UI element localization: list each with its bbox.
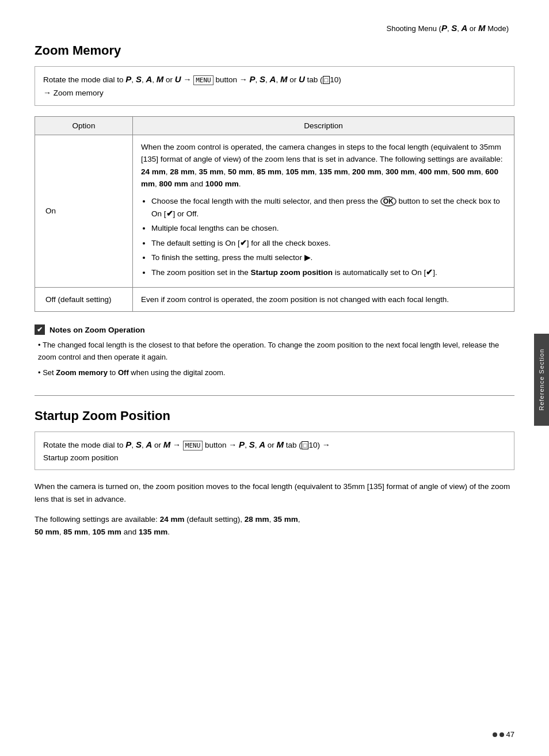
zoom-memory-table: Option Description On When the zoom cont… — [35, 116, 514, 312]
notes-title: Notes on Zoom Operation — [49, 326, 145, 334]
note-item: The changed focal length is the closest … — [38, 339, 514, 364]
desc-on: When the zoom control is operated, the c… — [133, 135, 514, 287]
side-tab: Reference Section — [534, 334, 549, 426]
page-dot-icon — [500, 732, 504, 737]
header-text: Shooting Menu (P, S, A or M Mode) — [386, 24, 509, 33]
page-dot-icon — [493, 732, 497, 737]
section-divider — [35, 395, 514, 396]
option-off: Off (default setting) — [35, 287, 133, 312]
table-row: Off (default setting) Even if zoom contr… — [35, 287, 514, 312]
page-number: 47 — [493, 730, 514, 739]
startup-zoom-body1: When the camera is turned on, the zoom p… — [35, 480, 514, 506]
zoom-memory-instruction: Rotate the mode dial to P, S, A, M or U … — [35, 66, 514, 106]
page-header: Shooting Menu (P, S, A or M Mode) — [35, 23, 514, 33]
note-item: Set Zoom memory to Off when using the di… — [38, 367, 514, 379]
option-on: On — [35, 135, 133, 287]
startup-zoom-body2: The following settings are available: 24… — [35, 513, 514, 539]
side-tab-label: Reference Section — [538, 349, 545, 411]
table-row: On When the zoom control is operated, th… — [35, 135, 514, 287]
startup-zoom-instruction: Rotate the mode dial to P, S, A or M → M… — [35, 432, 514, 471]
startup-zoom-title: Startup Zoom Position — [35, 408, 514, 423]
notes-icon: ✔ — [35, 324, 45, 335]
table-col1-header: Option — [35, 116, 133, 135]
desc-off: Even if zoom control is operated, the zo… — [133, 287, 514, 312]
notes-section: ✔ Notes on Zoom Operation The changed fo… — [35, 324, 514, 379]
page-num: 47 — [506, 730, 514, 739]
zoom-memory-title: Zoom Memory — [35, 43, 514, 58]
table-col2-header: Description — [133, 116, 514, 135]
